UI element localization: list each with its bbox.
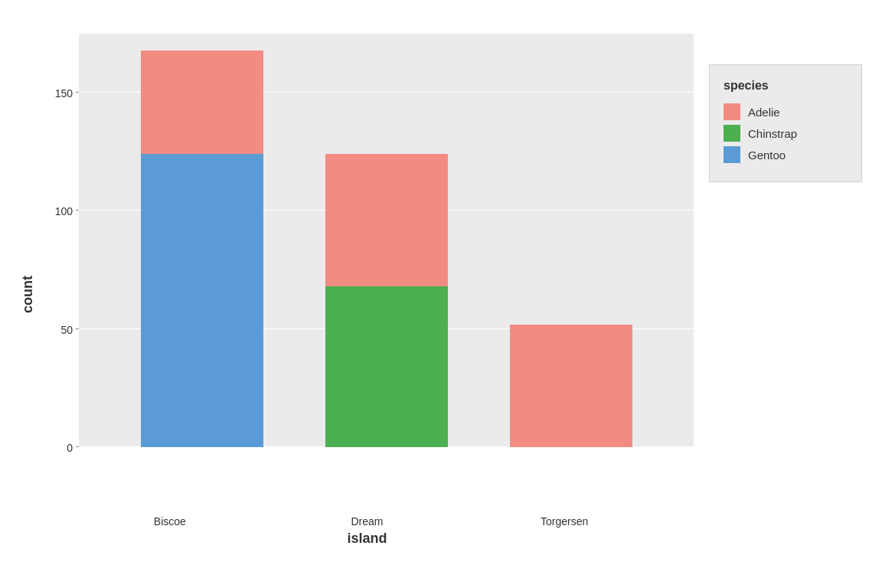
y-axis: 050100150 bbox=[41, 34, 79, 447]
plot-with-y-axis: 050100150 bbox=[41, 34, 694, 511]
bar-stack bbox=[325, 154, 448, 447]
legend-title: species bbox=[724, 79, 848, 93]
bar-segment-chinstrap bbox=[325, 286, 448, 447]
bar-group bbox=[502, 325, 640, 447]
y-tick-mark bbox=[76, 210, 79, 211]
bar-segment-adelie bbox=[325, 154, 448, 286]
x-tick-dream: Dream bbox=[298, 515, 436, 528]
legend-label-chinstrap: Chinstrap bbox=[748, 127, 797, 140]
legend: species AdelieChinstrapGentoo bbox=[709, 64, 862, 182]
legend-swatch-chinstrap bbox=[724, 125, 740, 142]
axis-and-plot: 050100150 BiscoeDreamTorgersen island bbox=[41, 34, 694, 554]
bar-segment-adelie bbox=[510, 325, 632, 447]
plot-bg bbox=[79, 34, 694, 447]
legend-swatch-adelie bbox=[724, 103, 740, 120]
x-tick-torgersen: Torgersen bbox=[495, 515, 633, 528]
bars-container bbox=[79, 34, 694, 447]
bar-stack bbox=[141, 51, 263, 447]
bar-segment-gentoo bbox=[141, 154, 263, 447]
y-tick-50: 50 bbox=[60, 324, 73, 336]
bar-group bbox=[133, 51, 271, 447]
legend-item-gentoo: Gentoo bbox=[724, 146, 848, 163]
chart-container: count 050100150 BiscoeDreamTorgersen isl… bbox=[20, 18, 862, 570]
plot-area-wrapper: count 050100150 BiscoeDreamTorgersen isl… bbox=[20, 34, 694, 554]
x-axis: BiscoeDreamTorgersen bbox=[41, 511, 694, 528]
legend-item-adelie: Adelie bbox=[724, 103, 848, 120]
bar-stack bbox=[510, 325, 632, 447]
legend-item-chinstrap: Chinstrap bbox=[724, 125, 848, 142]
y-tick-mark bbox=[76, 92, 79, 93]
legend-swatch-gentoo bbox=[724, 146, 740, 163]
bar-group bbox=[318, 154, 456, 447]
y-tick-100: 100 bbox=[55, 205, 73, 217]
y-axis-label: count bbox=[20, 276, 36, 313]
y-tick-mark bbox=[76, 328, 79, 329]
y-tick-0: 0 bbox=[67, 442, 73, 454]
y-tick-mark bbox=[76, 446, 79, 447]
x-tick-biscoe: Biscoe bbox=[101, 515, 239, 528]
legend-label-gentoo: Gentoo bbox=[748, 149, 786, 162]
bar-segment-adelie bbox=[141, 51, 263, 155]
legend-label-adelie: Adelie bbox=[748, 106, 780, 119]
x-axis-label: island bbox=[41, 531, 694, 554]
y-tick-150: 150 bbox=[55, 87, 73, 100]
